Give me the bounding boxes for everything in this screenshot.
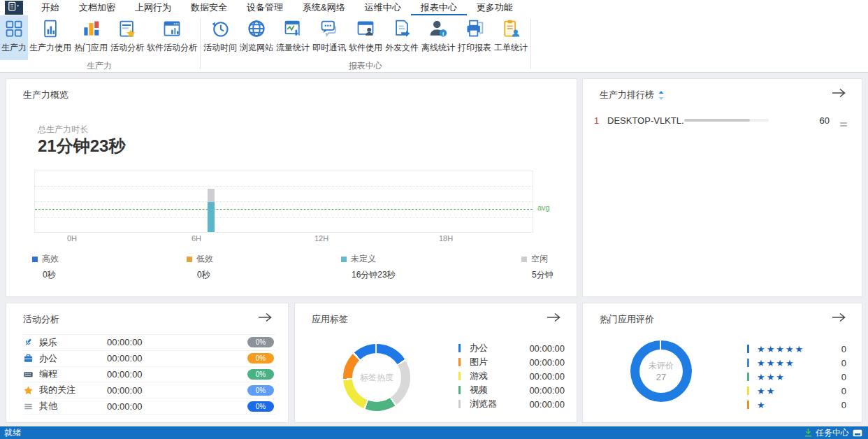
tag-legend-row-图片[interactable]: 图片00:00:00: [458, 355, 565, 369]
panel-title: 热门应用评价: [600, 313, 654, 326]
menu-tab-数据安全[interactable]: 数据安全: [181, 0, 237, 15]
ribbon-button-流量统计[interactable]: 流量统计: [275, 15, 311, 60]
activity-detail-arrow-button[interactable]: [257, 312, 274, 324]
ranking-detail-arrow-button[interactable]: [831, 87, 848, 100]
legend-label-row: 低效: [187, 253, 213, 265]
rating-count: 0: [841, 386, 846, 396]
tag-legend-row-游戏[interactable]: 游戏00:00:00: [458, 369, 565, 383]
ribbon-button-label: 软件活动分析: [147, 42, 197, 54]
menu-tab-开始[interactable]: 开始: [31, 0, 69, 15]
ribbon-button-label: 生产力: [1, 42, 27, 54]
ribbon-button-打印报表[interactable]: 打印报表: [456, 15, 493, 60]
ribbon-button-软件活动分析[interactable]: 软件活动分析: [145, 15, 198, 60]
ribbon-button-工单统计[interactable]: 工单统计: [493, 15, 529, 60]
briefcase-icon: [23, 353, 34, 364]
tag-legend-row-视频[interactable]: 视频00:00:00: [458, 383, 565, 397]
activity-label: 娱乐: [39, 336, 57, 349]
tag-label: 视频: [470, 384, 488, 396]
activity-label-group: 我的关注: [23, 384, 107, 396]
window-user-icon: [355, 17, 376, 40]
panel-app-tags: 应用标签 标签热度 办公00:00:00图片00:00:00游戏00:00:00…: [294, 303, 577, 423]
sort-icon[interactable]: [658, 91, 665, 100]
task-center-button[interactable]: 任务中心: [804, 427, 862, 439]
menu-tab-报表中心[interactable]: 报表中心: [411, 0, 467, 15]
tag-legend: 办公00:00:00图片00:00:00游戏00:00:00视频00:00:00…: [458, 341, 565, 411]
app-rating-detail-arrow-button[interactable]: [831, 312, 848, 324]
menu-bar: 开始文档加密上网行为数据安全设备管理系统&网络运维中心报表中心更多功能: [0, 0, 868, 15]
ribbon-button-活动分析[interactable]: 活动分析: [109, 15, 145, 60]
tag-time-value: 00:00:00: [529, 343, 565, 354]
tag-time-value: 00:00:00: [529, 371, 565, 382]
legend-label: 高效: [42, 253, 59, 265]
menu-items: 开始文档加密上网行为数据安全设备管理系统&网络运维中心报表中心更多功能: [31, 0, 523, 15]
activity-time: 00:00:00: [107, 401, 143, 412]
activity-row-我的关注[interactable]: 我的关注00:00:000%: [23, 382, 275, 398]
tag-time-value: 00:00:00: [529, 399, 565, 410]
stacked-bar-segment-未定义: [208, 202, 215, 232]
ribbon-button-生产力[interactable]: 生产力: [0, 15, 28, 60]
menu-tab-更多功能[interactable]: 更多功能: [467, 0, 523, 15]
ribbon-group-label: 生产力: [0, 60, 198, 71]
rating-count: 0: [841, 344, 846, 354]
ribbon-button-软件使用[interactable]: 软件使用: [347, 15, 384, 60]
legend-tick: [747, 387, 749, 395]
menu-tab-系统&网络[interactable]: 系统&网络: [293, 0, 355, 15]
panel-app-rating: 热门应用评价 未评价 27 ★★★★★0★★★★0★★★0★★0★0: [582, 303, 862, 423]
ribbon-button-label: 工单统计: [494, 42, 528, 54]
user-info-icon: i: [428, 17, 449, 40]
trend-flat-icon: [839, 117, 848, 123]
legend-value: 5分钟: [532, 269, 554, 281]
ribbon-buttons-row: 活动时间浏览网站流量统计即时通讯软件使用外发文件i离线统计打印报表工单统计: [202, 15, 529, 60]
activity-row-编程[interactable]: 编程00:00:000%: [23, 367, 275, 383]
ribbon-button-离线统计[interactable]: i离线统计: [420, 15, 456, 60]
tag-heat-donut-chart: 标签热度: [343, 344, 410, 411]
activity-row-其他[interactable]: 其他00:00:000%: [23, 398, 275, 415]
tray-window-icon[interactable]: [853, 429, 862, 437]
ribbon-button-label: 生产力使用: [29, 42, 71, 54]
ribbon-button-label: 离线统计: [421, 42, 455, 54]
tag-legend-row-浏览器[interactable]: 浏览器00:00:00: [458, 397, 565, 411]
menu-tab-设备管理[interactable]: 设备管理: [237, 0, 293, 15]
ribbon-button-外发文件[interactable]: 外发文件: [384, 15, 420, 60]
activity-label-group: 其他: [23, 400, 107, 412]
clipboard-user-icon: [500, 17, 521, 40]
activity-row-办公[interactable]: 办公00:00:000%: [23, 351, 275, 367]
menu-tab-运维中心[interactable]: 运维中心: [355, 0, 411, 15]
rating-row-4-star[interactable]: ★★★★0: [747, 356, 846, 370]
activity-label-group: 办公: [23, 352, 107, 365]
legend-color-swatch: [32, 257, 38, 262]
activity-percent-badge: 0%: [247, 337, 274, 347]
chart-gridline: [35, 217, 533, 218]
legend-tick: [458, 400, 461, 408]
ranking-row[interactable]: 1DESKTOP-VLKTL...60: [583, 111, 862, 129]
microphone-icon: [23, 337, 34, 347]
rating-row-3-star[interactable]: ★★★0: [747, 370, 846, 384]
menu-tab-文档加密[interactable]: 文档加密: [69, 0, 125, 15]
ribbon-button-label: 活动分析: [110, 42, 144, 54]
rating-row-1-star[interactable]: ★0: [747, 398, 846, 412]
tag-label: 办公: [470, 342, 488, 354]
legend-value: 0秒: [197, 269, 213, 281]
stacked-bar-segment-空闲: [208, 189, 215, 202]
ribbon-button-热门应用[interactable]: 热门应用: [73, 15, 109, 60]
ribbon-button-生产力使用[interactable]: 生产力使用: [28, 15, 73, 60]
legend-tick: [458, 372, 461, 380]
menu-tab-上网行为[interactable]: 上网行为: [125, 0, 181, 15]
ribbon-button-即时通讯[interactable]: 即时通讯: [311, 15, 347, 60]
app-window: 开始文档加密上网行为数据安全设备管理系统&网络运维中心报表中心更多功能 生产力生…: [0, 0, 868, 439]
ribbon-button-浏览网站[interactable]: 浏览网站: [238, 15, 275, 60]
activity-label-group: 编程: [23, 368, 107, 380]
ribbon-button-活动时间[interactable]: 活动时间: [202, 15, 238, 60]
app-tags-detail-arrow-button[interactable]: [546, 312, 563, 324]
overview-legend-item-高效: 高效0秒: [32, 253, 59, 281]
app-menu-button[interactable]: [5, 1, 23, 15]
clock-icon: [210, 17, 231, 40]
rating-row-5-star[interactable]: ★★★★★0: [747, 342, 846, 356]
tag-legend-row-办公[interactable]: 办公00:00:00: [458, 341, 565, 355]
legend-label-row: 高效: [32, 253, 59, 265]
rating-row-2-star[interactable]: ★★0: [747, 384, 846, 398]
overview-legend-item-空闲: 空闲5分钟: [521, 253, 554, 281]
activity-time: 00:00:00: [107, 369, 143, 380]
activity-row-娱乐[interactable]: 娱乐00:00:000%: [23, 335, 275, 351]
ribbon-button-label: 外发文件: [385, 42, 419, 54]
